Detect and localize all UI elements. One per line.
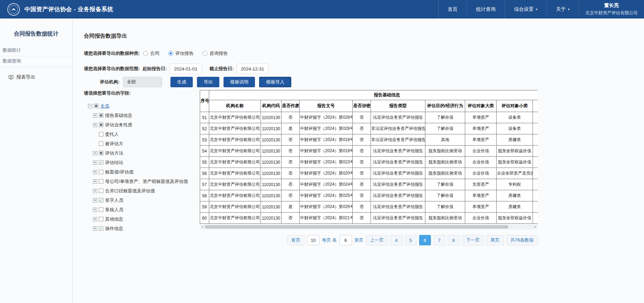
collapse-icon[interactable]: − xyxy=(88,104,92,108)
sidebar-section-data-query[interactable]: 数据查询 xyxy=(0,56,72,67)
horizontal-scrollbar[interactable]: ◂ ▸ xyxy=(200,224,538,229)
scrollbar-track[interactable] xyxy=(205,225,533,229)
checkbox-unchecked[interactable] xyxy=(99,207,103,212)
checkbox-partial[interactable] xyxy=(94,104,98,108)
radio-contract[interactable]: 合同 xyxy=(143,50,159,57)
org-input[interactable] xyxy=(123,77,162,87)
checkbox-checked[interactable] xyxy=(99,160,103,165)
expand-icon[interactable]: + xyxy=(93,151,97,155)
expand-icon[interactable]: + xyxy=(93,217,97,221)
radio-consulting-report-input[interactable] xyxy=(203,51,207,56)
last-page-button[interactable]: 尾页 xyxy=(486,235,504,245)
expand-icon[interactable]: + xyxy=(93,161,97,165)
radio-appraisal-report[interactable]: 评估报告 xyxy=(168,50,193,57)
next-page-button[interactable]: 下一页 xyxy=(462,235,484,245)
checkbox-unchecked[interactable] xyxy=(99,170,103,174)
sidebar-section-data-stats[interactable]: 数据统计 xyxy=(0,45,72,56)
radio-appraisal-report-label: 评估报告 xyxy=(175,50,193,57)
tree-label[interactable]: 其他信息 xyxy=(105,216,123,222)
tree-label[interactable]: 报告基础信息 xyxy=(105,112,132,119)
tree-label[interactable]: 复核人员 xyxy=(105,207,123,213)
table-cell: 北京中财资产评估有限公司 xyxy=(209,146,261,157)
scroll-left-icon[interactable]: ◂ xyxy=(200,224,205,229)
page-button-6[interactable]: 6 xyxy=(419,235,431,245)
table-cell: 股东股权比例变动 xyxy=(425,213,465,224)
expand-icon[interactable]: + xyxy=(93,123,97,127)
first-page-button[interactable]: 首页 xyxy=(287,235,305,245)
tree-label[interactable]: 评估业务性质 xyxy=(105,122,132,128)
tree-node: +账面值/评估值 xyxy=(88,167,200,177)
tree-label[interactable]: 被评估方 xyxy=(105,141,123,147)
expand-icon[interactable]: + xyxy=(93,179,97,184)
export-button[interactable]: 导出 xyxy=(197,77,219,87)
chevron-down-icon: ▾ xyxy=(568,7,570,11)
checkbox-partial[interactable] xyxy=(99,113,103,118)
table-cell: 是 xyxy=(281,123,300,134)
nav-about[interactable]: 关于▾ xyxy=(547,0,579,19)
checkbox-partial[interactable] xyxy=(99,151,103,155)
table-row: 58北京中财资产评估有限公司11020130否中财评报字（2024）第025号否… xyxy=(200,190,538,201)
tree-label[interactable]: 签字人员 xyxy=(105,197,123,204)
table-cell: 11020130 xyxy=(261,179,281,190)
checkbox-checked[interactable] xyxy=(99,226,103,231)
table-cell: 市场价值 xyxy=(533,168,538,179)
expand-icon[interactable]: + xyxy=(93,227,97,231)
expand-icon[interactable]: + xyxy=(93,208,97,212)
tree-label[interactable]: 合并口径账面值及评估值 xyxy=(105,188,155,194)
scroll-right-icon[interactable]: ▸ xyxy=(533,224,538,229)
checkbox-checked[interactable] xyxy=(99,198,103,202)
table-group-header: 报告基础信息 xyxy=(209,90,538,100)
table-cell: 企业价值 xyxy=(465,146,497,157)
tree-node: +合并口径账面值及评估值 xyxy=(88,186,200,195)
expand-icon[interactable]: + xyxy=(93,113,97,118)
prev-page-button[interactable]: 上一页 xyxy=(366,235,388,245)
checkbox-unchecked[interactable] xyxy=(99,132,103,136)
table-cell: 单项资产 xyxy=(465,123,497,134)
template-import-button[interactable]: 模板导入 xyxy=(259,77,291,87)
sidebar-item-report-export[interactable]: 报表导出 xyxy=(0,74,72,80)
template-help-button[interactable]: 模板说明 xyxy=(224,77,255,87)
checkbox-unchecked[interactable] xyxy=(99,141,103,146)
generate-button[interactable]: 生成 xyxy=(170,77,193,87)
page-size-input[interactable] xyxy=(307,235,320,245)
page-button-4[interactable]: 4 xyxy=(390,235,402,245)
fields-column: 请选择您要导出的字段: −全选+报告基础信息+评估业务性质委托人被评估方+评估方… xyxy=(84,90,200,245)
tree-label[interactable]: 母公司/单项资产、资产组账面值及评估值 xyxy=(105,178,188,185)
user-block[interactable]: 董长亮 北京中财资产评估有限公司 xyxy=(579,0,644,19)
checkbox-unchecked[interactable] xyxy=(99,179,103,184)
start-date-input[interactable] xyxy=(170,64,202,74)
tree-label[interactable]: 操作信息 xyxy=(105,226,123,232)
radio-consulting-report[interactable]: 咨询报告 xyxy=(203,50,228,57)
table-cell: 否 xyxy=(353,134,371,146)
nav-home[interactable]: 首页 xyxy=(438,0,467,19)
checkbox-unchecked[interactable] xyxy=(99,189,103,193)
scrollbar-thumb[interactable] xyxy=(205,225,508,229)
checkbox-partial[interactable] xyxy=(99,123,103,127)
table-cell: 法定评估业务资产评估报告 xyxy=(371,146,425,157)
goto-page-input[interactable] xyxy=(339,235,352,245)
table-cell: 法定评估业务资产评估报告 xyxy=(371,157,425,168)
nav-stats-query[interactable]: 统计查询 xyxy=(467,0,505,19)
tree-label[interactable]: 账面值/评估值 xyxy=(105,169,134,175)
page-button-8[interactable]: 8 xyxy=(448,235,460,245)
date-range-row: 请您选择要导出的数据范围: 起始报告日: 截止报告日: xyxy=(84,64,644,74)
nav-settings[interactable]: 综合设置▾ xyxy=(505,0,547,19)
expand-icon[interactable]: + xyxy=(93,170,97,174)
radio-appraisal-report-input[interactable] xyxy=(168,51,173,56)
table-cell: 11020130 xyxy=(261,157,281,168)
page-button-7[interactable]: 7 xyxy=(433,235,445,245)
tree-label[interactable]: 评估结论 xyxy=(105,160,123,166)
tree-label[interactable]: 评估方法 xyxy=(105,150,123,156)
end-date-input[interactable] xyxy=(236,64,269,74)
tree-label[interactable]: 全选 xyxy=(100,103,109,109)
column-header: 是否涉密 xyxy=(353,100,371,112)
radio-contract-input[interactable] xyxy=(143,51,148,56)
table-cell: 11020130 xyxy=(261,190,281,201)
checkbox-unchecked[interactable] xyxy=(99,217,103,221)
expand-icon[interactable]: + xyxy=(93,189,97,193)
tree-label[interactable]: 委托人 xyxy=(105,131,119,138)
column-header: 评估对象小类 xyxy=(497,100,533,112)
page-button-5[interactable]: 5 xyxy=(405,235,417,245)
table-cell: 北京中财资产评估有限公司 xyxy=(209,134,261,146)
expand-icon[interactable]: + xyxy=(93,198,97,202)
